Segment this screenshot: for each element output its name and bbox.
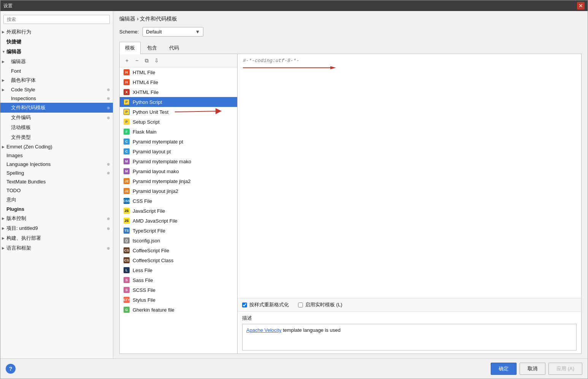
file-item-less-file[interactable]: LLess File [120,265,237,275]
file-item-label: Pyramid mytemplate jinja2 [133,178,190,184]
file-item-sass-file[interactable]: SSass File [120,275,237,285]
help-button[interactable]: ? [6,364,16,374]
realtime-checkbox-label[interactable]: 启用实时模板 (L) [298,301,342,308]
search-input[interactable] [3,15,110,24]
file-item-xhtml-file[interactable]: XXHTML File [120,87,237,97]
file-item-pyramid-mytemplate-pt[interactable]: CPyramid mytemplate pt [120,137,237,147]
file-item-typescript-file[interactable]: TSTypeScript File [120,226,237,236]
sidebar-item-build[interactable]: 构建、执行部署 [0,233,113,243]
sidebar-item-emmet[interactable]: Emmet (Zen Coding) [0,142,113,151]
file-item-pyramid-mytemplate-mako[interactable]: MPyramid mytemplate mako [120,156,237,166]
file-item-label: Flask Main [133,129,157,135]
description-box: Apache Velocity template language is use… [242,324,577,350]
ok-button[interactable]: 确定 [491,363,517,375]
file-item-label: CoffeeScript File [133,248,169,253]
code-editor[interactable]: #-*-coding:utf-8-*- [238,54,581,298]
reformat-checkbox-label[interactable]: 按样式重新格式化 [242,301,289,308]
file-item-stylus-file[interactable]: STYStylus File [120,295,237,305]
sidebar-item-label: TextMate Bundles [6,179,46,185]
sidebar-item-file-encoding[interactable]: 文件编码 ⊕ [0,113,113,123]
file-item-scss-file[interactable]: SSCSS File [120,285,237,295]
sidebar-item-font[interactable]: Font [0,67,113,75]
file-icon-pyramid-mytemplate-jinja2: J2 [124,178,130,184]
sidebar-item-label: 版本控制 [6,215,26,222]
svg-marker-5 [330,66,336,69]
sidebar-item-shortcuts[interactable]: 快捷键 [0,37,113,47]
file-icon-pyramid-layout-jinja2: J2 [124,188,130,194]
sidebar-item-editor-group[interactable]: 编辑器 [0,47,113,57]
file-item-label: Pyramid layout mako [133,169,179,174]
sidebar-item-file-types[interactable]: 文件类型 [0,132,113,142]
file-icon-python-unit-test: P [124,109,130,115]
sidebar-item-label: 颜色和字体 [11,77,36,84]
scheme-value: Default [146,29,162,35]
apache-velocity-link[interactable]: Apache Velocity [246,327,282,333]
underline-arrow-icon [243,65,346,71]
file-icon-html4-file: H [124,79,130,85]
file-item-coffeescript-class[interactable]: CSCoffeeScript Class [120,255,237,265]
file-item-javascript-file[interactable]: JSJavaScript File [120,206,237,216]
scheme-label: Scheme: [119,29,139,35]
file-item-label: Stylus File [133,297,155,303]
file-item-pyramid-layout-pt[interactable]: CPyramid layout pt [120,147,237,156]
sidebar-item-label: 文件编码 [11,114,31,121]
cancel-button[interactable]: 取消 [520,363,545,375]
sidebar-item-intention[interactable]: 意向 [0,195,113,205]
file-item-label: Gherkin feature file [133,307,174,313]
file-item-html4-file[interactable]: HHTML4 File [120,77,237,87]
file-item-setup-script[interactable]: PSetup Script [120,117,237,127]
file-icon-gherkin-feature: G [124,307,130,313]
file-item-label: Python Unit Test [133,109,168,115]
lang-inject-badge: ⊕ [107,162,110,166]
add-button[interactable]: + [123,56,131,65]
realtime-checkbox[interactable] [298,303,303,307]
sidebar-item-color-font[interactable]: 颜色和字体 [0,75,113,85]
file-icon-python-script: P [124,99,130,105]
file-item-label: Pyramid mytemplate mako [133,159,191,164]
reformat-label: 按样式重新格式化 [249,301,289,308]
sidebar-item-todo[interactable]: TODO [0,186,113,195]
file-item-python-script[interactable]: PPython Script [120,97,237,107]
chevron-down-icon: ▼ [195,29,200,35]
scheme-row: Scheme: Default ▼ [119,27,582,37]
sidebar-item-label: 语言和框架 [6,245,31,252]
reformat-checkbox[interactable] [242,303,247,307]
sidebar-item-code-style[interactable]: Code Style ⊕ [0,85,113,94]
sidebar-item-project[interactable]: 项目: untitled9 ⊕ [0,223,113,233]
file-item-html-file[interactable]: HHTML File [120,67,237,77]
file-item-pyramid-layout-mako[interactable]: MPyramid layout mako [120,166,237,176]
apply-button[interactable]: 应用 (A) [548,363,582,375]
import-button[interactable]: ⇩ [152,56,161,65]
file-item-gherkin-feature[interactable]: GGherkin feature file [120,305,237,315]
sidebar-item-plugins[interactable]: Plugins [0,205,113,213]
file-item-flask-main[interactable]: FFlask Main [120,127,237,137]
tab-templates[interactable]: 模板 [119,42,141,54]
scheme-select[interactable]: Default ▼ [143,27,203,37]
sidebar-item-live-templates[interactable]: 活动模板 [0,123,113,132]
dialog: 外观和行为 快捷键 编辑器 编辑器 Font 颜色和字体 Cod [0,11,588,379]
tab-includes[interactable]: 包含 [141,42,163,54]
sidebar-item-label: Emmet (Zen Coding) [6,144,52,150]
sidebar-item-label: 编辑器 [11,58,26,65]
sidebar-item-inspections[interactable]: Inspections ⊕ [0,94,113,103]
file-item-pyramid-layout-jinja2[interactable]: J2Pyramid layout jinja2 [120,186,237,196]
tab-code[interactable]: 代码 [163,42,185,54]
file-item-tsconfig-json[interactable]: {}tsconfig.json [120,236,237,245]
sidebar-item-appearance[interactable]: 外观和行为 [0,27,113,37]
sidebar-item-language-injections[interactable]: Language Injections ⊕ [0,160,113,169]
file-item-css-file[interactable]: CSSCSS File [120,196,237,206]
file-item-coffeescript-file[interactable]: CSCoffeeScript File [120,245,237,255]
sidebar-item-file-code-template[interactable]: 文件和代码模板 ⊕ [0,103,113,113]
sidebar-item-spelling[interactable]: Spelling ⊕ [0,169,113,177]
sidebar-item-language-framework[interactable]: 语言和框架 ⊕ [0,243,113,253]
file-item-python-unit-test[interactable]: PPython Unit Test [120,107,237,117]
close-button[interactable]: ✕ [577,2,585,10]
sidebar-item-images[interactable]: Images [0,151,113,160]
file-item-pyramid-mytemplate-jinja2[interactable]: J2Pyramid mytemplate jinja2 [120,176,237,186]
sidebar-item-textmate[interactable]: TextMate Bundles [0,177,113,186]
sidebar-item-version-control[interactable]: 版本控制 ⊕ [0,213,113,223]
file-item-amd-javascript-file[interactable]: JSAMD JavaScript File [120,216,237,226]
sidebar-item-editor-sub[interactable]: 编辑器 [0,57,113,67]
remove-button[interactable]: − [133,56,141,65]
copy-button[interactable]: ⧉ [143,56,151,65]
